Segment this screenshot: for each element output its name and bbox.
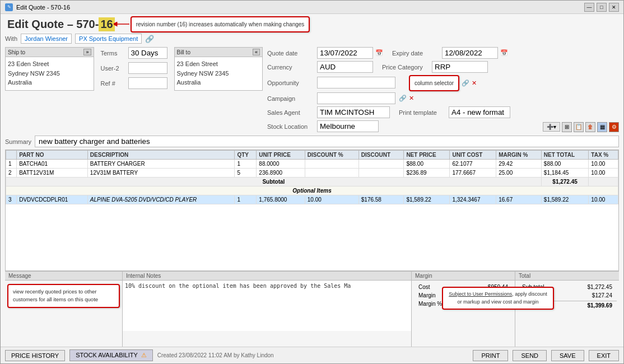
row-unitcost: 177.6667 — [450, 169, 496, 178]
opportunity-field: Opportunity — [267, 77, 395, 88]
campaign-input[interactable] — [317, 92, 395, 104]
send-button[interactable]: SEND — [513, 350, 547, 361]
subtotal-display-value: $1,272.45 — [588, 284, 613, 290]
exit-button[interactable]: EXIT — [589, 350, 619, 361]
summary-input[interactable] — [35, 136, 619, 147]
opportunity-row: Opportunity column selector 🔗 ✕ — [267, 75, 619, 91]
col-num — [6, 151, 17, 160]
recently-quoted-annotation: view recently quoted prices to other cus… — [7, 284, 120, 308]
opportunity-link-icon[interactable]: 🔗 — [462, 80, 469, 87]
row-discpct: 10.00 — [305, 195, 358, 204]
opportunity-clear-icon[interactable]: ✕ — [472, 80, 477, 87]
user2-input[interactable] — [128, 62, 167, 74]
print-button[interactable]: PRINT — [473, 350, 508, 361]
ship-to-content: 23 Eden Street Sydney NSW 2345 Australia — [6, 57, 94, 90]
copy-button[interactable]: ⊞ — [562, 122, 572, 132]
summary-label: Summary — [5, 138, 31, 145]
address-row: Ship to » 23 Eden Street Sydney NSW 2345… — [5, 47, 263, 91]
expiry-date-calendar-icon[interactable]: 📅 — [500, 49, 508, 57]
created-text: Created 23/08/2022 11:02 AM by Kathy Lin… — [157, 352, 469, 358]
sales-agent-select[interactable]: TIM MCINTOSH — [317, 106, 390, 118]
subtotal-label: Subtotal — [6, 178, 542, 186]
tax-total-value: $127.24 — [592, 292, 612, 298]
table-row[interactable]: 3 DVDVCDCDPLR01 ALPINE DVA-5205 DVD/VCD/… — [6, 195, 618, 204]
print-template-select[interactable]: A4 - new format — [449, 106, 510, 118]
settings-button[interactable]: ⚙ — [609, 122, 619, 132]
bill-to-expand-btn[interactable]: « — [253, 49, 260, 55]
salesperson-name[interactable]: Jordan Wiesner — [21, 34, 72, 44]
col-nettotal: NET TOTAL — [541, 151, 589, 160]
link-icon[interactable]: 🔗 — [145, 35, 154, 43]
margin-content: Cost $950.44 Margin $322.01 Margin % 25.… — [412, 281, 515, 311]
row-desc: 12V31M BATTERY — [87, 169, 235, 178]
opportunity-input[interactable] — [317, 77, 395, 88]
row-netprice: $1,589.22 — [404, 195, 450, 204]
currency-input[interactable] — [317, 61, 373, 73]
delete-button[interactable]: 🗑 — [585, 122, 595, 132]
company-name[interactable]: PX Sports Equipment — [75, 34, 142, 44]
title-bar-text: Edit Quote - 570-16 — [16, 4, 70, 11]
price-history-button[interactable]: PRICE HISTORY — [5, 350, 65, 361]
col-qty: QTY — [235, 151, 257, 160]
bill-to-box: Bill to « 23 Eden Street Sydney NSW 2345… — [174, 47, 263, 91]
paste-button[interactable]: 📋 — [574, 122, 584, 132]
subtotal-tax — [589, 178, 618, 186]
cost-label: Cost — [418, 284, 430, 290]
maximize-button[interactable]: □ — [597, 3, 607, 12]
stock-location-select[interactable]: Melbourne — [317, 120, 379, 132]
quote-fields: Quote date 📅 Expiry date 📅 Currency — [267, 47, 619, 133]
internal-notes-input[interactable]: 10% discount on the optional item has be… — [123, 281, 411, 331]
row-partno: BATCHA01 — [17, 160, 88, 169]
terms-field: Terms — [101, 47, 167, 59]
permissions-annotation: Subject to User Permissions, apply disco… — [442, 287, 554, 310]
row-nettotal: $1,184.45 — [541, 169, 589, 178]
row-taxpct: 10.00 — [589, 160, 618, 169]
row-discount — [358, 169, 404, 178]
quote-date-input[interactable] — [317, 47, 373, 59]
bottom-section: Message view recently quoted prices to o… — [5, 271, 619, 347]
stock-availability-button[interactable]: STOCK AVAILABILITY ⚠ — [69, 349, 153, 361]
table-row[interactable]: 1 BATCHA01 BATTERY CHARGER 1 88.0000 $88… — [6, 160, 618, 169]
stock-location-field: Stock Location Melbourne — [267, 120, 379, 132]
campaign-label: Campaign — [267, 95, 315, 102]
dates-row: Quote date 📅 Expiry date 📅 — [267, 47, 619, 60]
column-selector-annotation: column selector — [409, 75, 459, 91]
terms-input[interactable] — [128, 47, 167, 59]
expiry-date-input[interactable] — [442, 47, 498, 59]
col-desc: DESCRIPTION — [87, 151, 235, 160]
row-desc: BATTERY CHARGER — [87, 160, 235, 169]
row-nettotal: $88.00 — [541, 160, 589, 169]
add-row-button[interactable]: ➕▾ — [543, 122, 560, 132]
close-button[interactable]: ✕ — [609, 3, 619, 12]
quote-date-calendar-icon[interactable]: 📅 — [375, 49, 383, 57]
stock-location-label: Stock Location — [267, 123, 315, 130]
content-area: With Jordan Wiesner PX Sports Equipment … — [1, 34, 623, 347]
ship-to-line1: 23 Eden Street — [8, 59, 91, 69]
ref-input[interactable] — [128, 77, 167, 89]
ship-to-box: Ship to » 23 Eden Street Sydney NSW 2345… — [5, 47, 94, 91]
row-marginpct: 16.67 — [496, 195, 542, 204]
message-header: Message — [5, 272, 122, 281]
internal-notes-header: Internal Notes — [123, 272, 411, 281]
grid-view-button[interactable]: ▦ — [597, 122, 607, 132]
col-taxpct: TAX % — [589, 151, 618, 160]
ship-to-expand-btn[interactable]: » — [83, 49, 91, 55]
title-bar: ✎ Edit Quote - 570-16 — □ ✕ — [1, 1, 623, 14]
quote-table: PART NO DESCRIPTION QTY UNIT PRICE DISCO… — [5, 150, 619, 271]
campaign-clear-icon[interactable]: ✕ — [409, 95, 414, 102]
minimize-button[interactable]: — — [584, 3, 594, 12]
row-taxpct: 10.00 — [589, 195, 618, 204]
campaign-link-icon[interactable]: 🔗 — [399, 95, 407, 102]
price-category-input[interactable] — [432, 61, 488, 73]
bill-to-line2: Sydney NSW 2345 — [177, 69, 260, 78]
row-netprice: $88.00 — [404, 160, 450, 169]
sales-agent-label: Sales Agent — [267, 109, 315, 116]
with-row: With Jordan Wiesner PX Sports Equipment … — [5, 34, 619, 44]
terms-label: Terms — [101, 50, 126, 57]
bill-to-line1: 23 Eden Street — [177, 59, 260, 69]
save-button[interactable]: SAVE — [551, 350, 584, 361]
table-row[interactable]: 2 BATT12V31M 12V31M BATTERY 5 236.8900 $… — [6, 169, 618, 178]
currency-row: Currency Price Category — [267, 61, 619, 74]
row-marginpct: 29.42 — [496, 160, 542, 169]
subtotal-row: Subtotal $1,272.45 — [6, 178, 618, 186]
